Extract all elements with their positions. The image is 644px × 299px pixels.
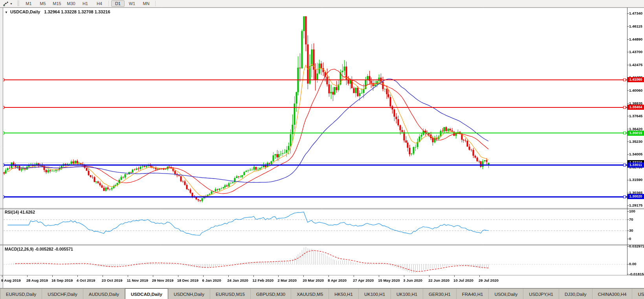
timeframe-button-h1[interactable]: H1	[79, 0, 92, 7]
rsi-tick-label: 70	[629, 217, 633, 221]
date-tick-label: 28 Aug 2019	[26, 278, 48, 282]
price-line-badge: 1.36015	[627, 131, 644, 136]
macd-label: MACD(12,26,9) -0.005282 -0.005571	[5, 247, 73, 251]
timeframe-button-mn[interactable]: MN	[139, 0, 153, 7]
date-tick-label: 9 Aug 2019	[1, 278, 21, 282]
date-tick-label: 4 Oct 2019	[77, 278, 95, 282]
price-tick-label: 1.42475	[629, 63, 642, 67]
macd-tick-label: 0.00	[629, 262, 637, 266]
date-tick-label: 29 Nov 2019	[152, 278, 174, 282]
date-tick-label: 23 Oct 2019	[102, 278, 123, 282]
timeframe-button-m15[interactable]: M15	[50, 0, 64, 7]
chart-tab-bar: EURUSD,DailyUSDCHF,DailyAUDUSD,DailyUSDC…	[0, 288, 644, 299]
date-tick-label: 2 Mar 2020	[277, 278, 297, 282]
trading-platform-window: ▼ M1M5M15M30H1H4D1W1MN ▼USDCAD,Daily1.32…	[0, 0, 644, 299]
price-line-badge: 1.30020	[627, 194, 644, 199]
timeframe-button-h4[interactable]: H4	[93, 0, 106, 7]
date-tick-label: 24 Jan 2020	[228, 278, 248, 282]
toolbar-separator	[155, 1, 156, 6]
price-tick-label: 1.34005	[629, 152, 642, 156]
chart-tab-usoil[interactable]: USOil,Daily	[489, 289, 523, 299]
price-tick-label: 1.36420	[629, 127, 642, 131]
chart-tab-uk100[interactable]: UK100,H1	[359, 289, 391, 299]
rsi-tick-label: 0	[629, 236, 631, 241]
rsi-tick-label: 100	[629, 209, 635, 213]
price-line-badge: 1.38464	[627, 105, 644, 110]
chart-tab-gbpusd[interactable]: GBPUSD,M30	[251, 289, 291, 299]
toolbar: ▼ M1M5M15M30H1H4D1W1MN	[0, 0, 644, 7]
date-tick-label: 20 Mar 2020	[303, 278, 324, 282]
rsi-tick-label: 30	[629, 228, 633, 233]
price-tick-label: 1.44890	[629, 37, 642, 41]
price-tick-label: 1.47340	[629, 11, 642, 15]
crosshair-tool-button[interactable]: ▼	[2, 0, 14, 7]
timeframe-buttons: M1M5M15M30H1H4D1W1MN	[22, 0, 158, 7]
macd-tick-label: 0.032972	[629, 244, 644, 248]
chart-tab-usdcad[interactable]: USDCAD,Daily	[125, 288, 168, 299]
date-tick-label: 12 Feb 2020	[253, 278, 274, 282]
date-tick-label: 29 Jul 2020	[479, 278, 499, 282]
price-line-badge: 1.33011	[627, 162, 644, 168]
rsi-label: RSI(14) 41.6262	[5, 210, 35, 214]
date-tick-label: 3 Jun 2020	[403, 278, 422, 282]
price-line-badge: 1.41060	[627, 77, 644, 82]
chart-tab-audusd[interactable]: AUDUSD,Daily	[83, 289, 125, 299]
chart-tab-hk50[interactable]: HK50,H1	[329, 289, 359, 299]
chart-tabs: EURUSD,DailyUSDCHF,DailyAUDUSD,DailyUSDC…	[0, 289, 644, 299]
price-tick-label: 1.40060	[629, 88, 642, 92]
date-tick-label: 6 Jan 2020	[202, 278, 221, 282]
chart-tab-fra40[interactable]: FRA40,H1	[457, 289, 489, 299]
timeframe-button-m5[interactable]: M5	[36, 0, 50, 7]
date-tick-label: 15 May 2020	[378, 278, 400, 282]
timeframe-button-m1[interactable]: M1	[22, 0, 35, 7]
ohlc-values: 1.32964 1.33228 1.32708 1.33216	[44, 9, 110, 14]
price-tick-label: 1.37645	[629, 114, 642, 118]
chart-tab-usdjpy[interactable]: USDJPY,H1	[523, 289, 559, 299]
date-tick-label: 8 Apr 2020	[328, 278, 347, 282]
price-tick-label: 1.35230	[629, 139, 642, 144]
chart-tab-eurusd[interactable]: EURUSD,M15	[210, 289, 251, 299]
price-tick-label: 1.43700	[629, 50, 642, 54]
date-tick-label: 11 Nov 2019	[127, 278, 148, 282]
chart-tab-usdcnh[interactable]: USDCNH,Daily	[168, 289, 210, 299]
chart-tab-china300[interactable]: CHINA300,H4	[593, 289, 633, 299]
toolbar-separator	[108, 1, 109, 6]
chevron-down-icon: ▼	[10, 2, 13, 5]
chart-tab-usdchf[interactable]: USDCHF,Daily	[42, 289, 83, 299]
date-tick-label: 16 Sep 2019	[51, 278, 73, 282]
date-tick-label: 22 Jun 2020	[428, 278, 450, 282]
toolbar-grip[interactable]	[17, 1, 19, 6]
date-tick-label: 27 Apr 2020	[353, 278, 374, 282]
crosshair-tool-icon	[3, 1, 9, 6]
chart-canvas[interactable]	[0, 0, 644, 299]
chart-tab-usoil[interactable]: USOil,H	[632, 289, 644, 299]
price-tick-label: 1.46115	[629, 24, 642, 28]
chart-tab-dj30[interactable]: DJ30,Daily	[559, 289, 593, 299]
macd-tick-label: -0.018154	[629, 272, 644, 276]
chart-expand-icon[interactable]: ▼	[5, 11, 8, 14]
price-tick-label: 1.31590	[629, 177, 642, 182]
symbol-timeframe-label: USDCAD,Daily	[10, 9, 40, 14]
date-tick-label: 10 Jul 2020	[453, 278, 473, 282]
timeframe-button-w1[interactable]: W1	[125, 0, 139, 7]
chart-title: ▼USDCAD,Daily1.32964 1.33228 1.32708 1.3…	[5, 9, 110, 14]
chart-tab-xauusd[interactable]: XAUUSD,M5	[291, 289, 329, 299]
timeframe-button-m30[interactable]: M30	[64, 0, 78, 7]
chart-tab-ger30[interactable]: GER30,H1	[423, 289, 457, 299]
chart-tab-eurusd[interactable]: EURUSD,Daily	[0, 289, 42, 299]
price-tick-label: 1.29175	[629, 203, 642, 207]
chart-tab-uk100[interactable]: UK100,H1	[391, 289, 423, 299]
timeframe-button-d1[interactable]: D1	[111, 0, 125, 7]
date-tick-label: 18 Dec 2019	[177, 278, 198, 282]
